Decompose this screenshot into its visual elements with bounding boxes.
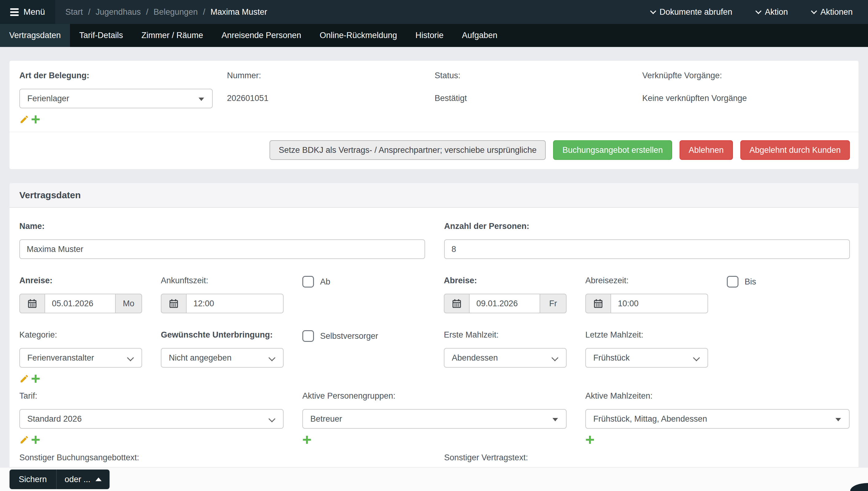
sichern-button[interactable]: Sichern	[9, 469, 57, 489]
menu-label: Menü	[23, 7, 45, 17]
tab-online-rueckmeldung[interactable]: Online-Rückmeldung	[310, 24, 406, 47]
ab-checkbox[interactable]	[302, 276, 314, 288]
tarif-label: Tarif:	[19, 391, 284, 401]
menu-button[interactable]: Menü	[0, 0, 55, 24]
erste-mahlzeit-label: Erste Mahlzeit:	[444, 330, 567, 340]
calendar-icon[interactable]	[444, 294, 470, 313]
selbstversorger-checkbox[interactable]	[302, 330, 314, 342]
top-navigation-bar: Menü Start / Jugendhaus / Belegungen / M…	[0, 0, 868, 24]
breadcrumb-belegungen[interactable]: Belegungen	[153, 7, 198, 17]
anreise-label: Anreise:	[19, 276, 142, 286]
abreise-date-input[interactable]	[470, 294, 540, 313]
pencil-icon[interactable]	[19, 114, 29, 124]
art-der-belegung-value: Ferienlager	[27, 94, 69, 104]
vertragsdaten-panel: Vertragsdaten Name: Anzahl der Personen:…	[9, 183, 859, 491]
tarif-select[interactable]: Standard 2026	[19, 409, 284, 429]
anreise-field: Anreise: Mo	[19, 276, 142, 313]
art-der-belegung-field: Art der Belegung: Ferienlager	[19, 70, 227, 125]
tab-vertragsdaten[interactable]: Vertragsdaten	[0, 24, 70, 47]
bis-checkbox[interactable]	[727, 276, 739, 288]
personengruppen-select[interactable]: Betreuer	[302, 409, 567, 429]
plus-icon[interactable]	[31, 374, 40, 383]
name-label: Name:	[19, 221, 425, 231]
kategorie-select[interactable]: Ferienveranstalter	[19, 348, 142, 368]
art-der-belegung-label: Art der Belegung:	[19, 70, 227, 81]
dokumente-abrufen-dropdown[interactable]: Dokumente abrufen	[651, 7, 732, 17]
breadcrumb: Start / Jugendhaus / Belegungen / Maxima…	[65, 7, 267, 17]
aktionen-dropdown[interactable]: Aktionen	[812, 7, 852, 17]
abreise-field: Abreise: Fr	[444, 276, 567, 313]
selbstversorger-checkbox-field: Selbstversorger	[302, 330, 425, 342]
calendar-icon[interactable]	[585, 294, 611, 313]
chevron-down-icon	[811, 8, 817, 14]
letzte-mahlzeit-select[interactable]: Frühstück	[585, 348, 708, 368]
chevron-down-icon	[755, 8, 761, 14]
erste-mahlzeit-select[interactable]: Abendessen	[444, 348, 567, 368]
panel-title: Vertragsdaten	[9, 183, 859, 208]
kategorie-label: Kategorie:	[19, 330, 142, 340]
tarif-field: Tarif: Standard 2026	[19, 391, 284, 446]
letzte-mahlzeit-label: Letzte Mahlzeit:	[585, 330, 708, 340]
personengruppen-field: Aktive Personengruppen: Betreuer	[302, 391, 567, 446]
dokumente-abrufen-label: Dokumente abrufen	[660, 7, 732, 17]
breadcrumb-current-page: Maxima Muster	[210, 7, 267, 17]
art-der-belegung-select[interactable]: Ferienlager	[19, 89, 213, 108]
booking-overview-panel: Art der Belegung: Ferienlager Nummer: 20…	[9, 61, 859, 169]
aktive-mahlzeiten-select[interactable]: Frühstück, Mittag, Abendessen	[585, 409, 849, 429]
personengruppen-label: Aktive Personengruppen:	[302, 391, 567, 401]
aktive-mahlzeiten-label: Aktive Mahlzeiten:	[585, 391, 849, 401]
verknuepfte-vorgaenge-field: Verknüpfte Vorgänge: Keine verknüpften V…	[642, 70, 850, 125]
ankunftszeit-field: Ankunftszeit:	[161, 276, 284, 313]
pencil-icon[interactable]	[19, 435, 29, 445]
ab-checkbox-label: Ab	[320, 277, 330, 287]
ab-checkbox-field: Ab	[302, 276, 425, 288]
selbstversorger-label: Selbstversorger	[320, 331, 378, 341]
tab-historie[interactable]: Historie	[406, 24, 453, 47]
aktion-dropdown[interactable]: Aktion	[756, 7, 788, 17]
letzte-mahlzeit-value: Frühstück	[593, 353, 630, 363]
pencil-icon[interactable]	[19, 374, 29, 384]
anreise-date-input[interactable]	[45, 294, 116, 313]
name-input[interactable]	[19, 239, 425, 259]
breadcrumb-start[interactable]: Start	[65, 7, 83, 17]
status-label: Status:	[435, 70, 642, 81]
kategorie-value: Ferienveranstalter	[27, 353, 94, 363]
tab-aufgaben[interactable]: Aufgaben	[453, 24, 507, 47]
personengruppen-value: Betreuer	[310, 414, 342, 424]
erste-mahlzeit-field: Erste Mahlzeit: Abendessen	[444, 330, 567, 385]
set-bdkj-button[interactable]: Setze BDKJ als Vertrags- / Ansprechpartn…	[269, 140, 546, 160]
tab-tarif-details[interactable]: Tarif-Details	[70, 24, 132, 47]
calendar-icon[interactable]	[161, 294, 186, 313]
nummer-value: 202601051	[227, 94, 435, 103]
anzahl-personen-label: Anzahl der Personen:	[444, 221, 850, 231]
kategorie-field: Kategorie: Ferienveranstalter	[19, 330, 142, 385]
bis-checkbox-label: Bis	[745, 277, 756, 287]
unterbringung-select[interactable]: Nicht angegeben	[161, 348, 284, 368]
save-button-group: Sichern oder ...	[9, 469, 110, 489]
tab-bar: Vertragsdaten Tarif-Details Zimmer / Räu…	[0, 24, 868, 47]
vertragstext-label: Sonstiger Vertragstext:	[444, 453, 850, 463]
calendar-icon[interactable]	[19, 294, 45, 313]
save-options-dropdown[interactable]: oder ...	[57, 469, 110, 489]
plus-icon[interactable]	[31, 115, 40, 124]
breadcrumb-separator: /	[146, 7, 149, 17]
tab-anreisende-personen[interactable]: Anreisende Personen	[212, 24, 311, 47]
buchungsangebot-erstellen-button[interactable]: Buchungsangebot erstellen	[553, 140, 672, 160]
abreisezeit-input[interactable]	[611, 294, 708, 313]
ablehnen-button[interactable]: Ablehnen	[679, 140, 733, 160]
erste-mahlzeit-value: Abendessen	[452, 353, 498, 363]
anzahl-personen-input[interactable]	[444, 239, 850, 259]
abgelehnt-durch-kunden-button[interactable]: Abgelehnt durch Kunden	[740, 140, 850, 160]
aktion-label: Aktion	[765, 7, 788, 17]
abreise-weekday: Fr	[540, 294, 567, 313]
plus-icon[interactable]	[31, 435, 40, 444]
verknuepfte-vorgaenge-label: Verknüpfte Vorgänge:	[642, 70, 850, 81]
tab-zimmer-raeume[interactable]: Zimmer / Räume	[132, 24, 212, 47]
plus-icon[interactable]	[302, 435, 312, 444]
abreisezeit-field: Abreisezeit:	[585, 276, 708, 313]
breadcrumb-jugendhaus[interactable]: Jugendhaus	[96, 7, 141, 17]
unterbringung-value: Nicht angegeben	[169, 353, 231, 363]
ankunftszeit-input[interactable]	[186, 294, 284, 313]
plus-icon[interactable]	[585, 435, 595, 444]
abreise-label: Abreise:	[444, 276, 567, 286]
